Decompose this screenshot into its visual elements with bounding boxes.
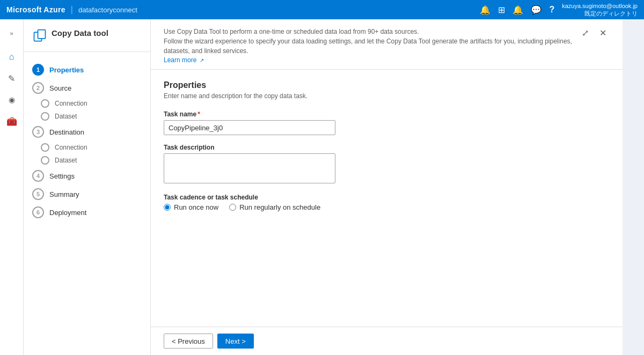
step-circle-1: 1 <box>32 64 44 76</box>
source-dataset-label: Dataset <box>55 113 77 120</box>
app-title: datafactoryconnect <box>78 6 137 14</box>
bell-icon[interactable]: 🔔 <box>480 5 491 15</box>
radio-run-once-input[interactable] <box>164 204 171 211</box>
step-settings[interactable]: 4 Settings <box>24 167 150 185</box>
task-name-label: Task name* <box>164 110 610 118</box>
destination-connection-circle <box>41 143 49 152</box>
radio-run-once-label: Run once now <box>174 203 218 211</box>
task-description-input[interactable] <box>164 153 335 183</box>
destination-connection-step[interactable]: Connection <box>41 141 150 154</box>
expand-window-button[interactable]: ⤢ <box>579 27 592 39</box>
task-name-field: Task name* <box>164 110 610 135</box>
step-circle-2: 2 <box>32 82 44 94</box>
destination-sub-steps: Connection Dataset <box>24 141 150 167</box>
monitor-icon-button[interactable]: ◉ <box>2 90 21 109</box>
task-name-input[interactable] <box>164 120 335 135</box>
radio-schedule-label: Run regularly on schedule <box>239 203 320 211</box>
help-icon[interactable]: ? <box>549 5 554 14</box>
header-toprow: Use Copy Data Tool to perform a one-time… <box>164 27 610 64</box>
main-container: » ⌂ ✎ ◉ 🧰 Copy Data tool 1 Properties <box>0 19 644 355</box>
step-summary[interactable]: 5 Summary <box>24 185 150 203</box>
main-content: Use Copy Data Tool to perform a one-time… <box>151 19 623 355</box>
topbar-right: 🔔 ⊞ 🔔 💬 ? kazuya.sugimoto@outlook.jp 既定の… <box>480 2 638 18</box>
task-description-field: Task description <box>164 144 610 185</box>
properties-section: Properties Enter name and description fo… <box>151 70 623 327</box>
alert-icon[interactable]: 🔔 <box>513 5 523 15</box>
manage-icon-button[interactable]: 🧰 <box>2 112 21 131</box>
edit-icon-button[interactable]: ✎ <box>2 69 21 88</box>
task-description-label: Task description <box>164 144 610 151</box>
radio-schedule-option[interactable]: Run regularly on schedule <box>229 203 320 211</box>
step-properties[interactable]: 1 Properties <box>24 61 150 79</box>
step-label-source: Source <box>49 84 71 92</box>
wizard-steps: 1 Properties 2 Source Connection Dataset <box>24 56 150 226</box>
user-info: kazuya.sugimoto@outlook.jp 既定のディレクトリ <box>562 2 638 18</box>
next-label: Next > <box>225 337 246 345</box>
source-connection-label: Connection <box>55 100 87 107</box>
destination-dataset-label: Dataset <box>55 157 77 164</box>
radio-group-cadence: Run once now Run regularly on schedule <box>164 203 610 211</box>
wizard-sidebar: Copy Data tool 1 Properties 2 Source Con… <box>24 19 151 355</box>
svg-rect-1 <box>38 30 46 39</box>
destination-dataset-step[interactable]: Dataset <box>41 154 150 167</box>
radio-run-once-option[interactable]: Run once now <box>164 203 218 211</box>
section-subtitle: Enter name and description for the copy … <box>164 92 610 100</box>
required-mark: * <box>197 110 200 118</box>
content-header: Use Copy Data Tool to perform a one-time… <box>151 19 623 70</box>
step-label-properties: Properties <box>49 66 84 74</box>
header-desc-line2: Follow the wizard experience to specify … <box>164 36 579 56</box>
user-name: kazuya.sugimoto@outlook.jp <box>562 2 638 10</box>
source-connection-circle <box>41 99 49 108</box>
home-icon-button[interactable]: ⌂ <box>2 47 21 66</box>
right-decorative-area <box>623 19 644 355</box>
wizard-tool-label: Copy Data tool <box>52 28 108 39</box>
previous-button[interactable]: < Previous <box>164 334 213 349</box>
chat-icon[interactable]: 💬 <box>531 5 541 15</box>
step-deployment[interactable]: 6 Deployment <box>24 203 150 221</box>
header-desc-line1: Use Copy Data Tool to perform a one-time… <box>164 27 579 36</box>
step-circle-3: 3 <box>32 126 44 138</box>
step-label-summary: Summary <box>49 190 79 198</box>
external-link-icon: ↗ <box>200 57 204 63</box>
step-label-deployment: Deployment <box>49 209 86 217</box>
step-label-destination: Destination <box>49 128 84 136</box>
topbar-separator: | <box>71 5 73 14</box>
brand-label: Microsoft Azure <box>6 5 65 14</box>
source-connection-step[interactable]: Connection <box>41 97 150 110</box>
user-subtitle: 既定のディレクトリ <box>562 10 638 17</box>
section-title: Properties <box>164 80 610 90</box>
step-circle-4: 4 <box>32 170 44 182</box>
copy-data-tool-icon <box>32 28 47 43</box>
step-source[interactable]: 2 Source <box>24 79 150 97</box>
source-dataset-circle <box>41 112 49 121</box>
destination-dataset-circle <box>41 156 49 165</box>
expand-button[interactable]: » <box>2 24 21 43</box>
icon-sidebar: » ⌂ ✎ ◉ 🧰 <box>0 19 24 355</box>
previous-label: < Previous <box>172 337 205 345</box>
source-dataset-step[interactable]: Dataset <box>41 110 150 123</box>
learn-more-link[interactable]: Learn more ↗ <box>164 56 204 64</box>
header-actions: ⤢ ✕ <box>579 27 610 39</box>
step-label-settings: Settings <box>49 172 75 180</box>
learn-more-label: Learn more <box>164 56 196 64</box>
source-sub-steps: Connection Dataset <box>24 97 150 123</box>
task-cadence-field: Task cadence or task schedule Run once n… <box>164 194 610 211</box>
content-footer: < Previous Next > <box>151 327 623 355</box>
step-circle-6: 6 <box>32 206 44 218</box>
task-cadence-label: Task cadence or task schedule <box>164 194 610 201</box>
topbar: Microsoft Azure | datafactoryconnect 🔔 ⊞… <box>0 0 644 19</box>
radio-schedule-input[interactable] <box>229 204 236 211</box>
apps-icon[interactable]: ⊞ <box>498 5 505 15</box>
header-description: Use Copy Data Tool to perform a one-time… <box>164 27 579 64</box>
step-circle-5: 5 <box>32 188 44 200</box>
wizard-header: Copy Data tool <box>24 28 150 52</box>
step-destination[interactable]: 3 Destination <box>24 123 150 141</box>
next-button[interactable]: Next > <box>217 334 254 349</box>
destination-connection-label: Connection <box>55 144 87 151</box>
close-window-button[interactable]: ✕ <box>596 27 610 39</box>
